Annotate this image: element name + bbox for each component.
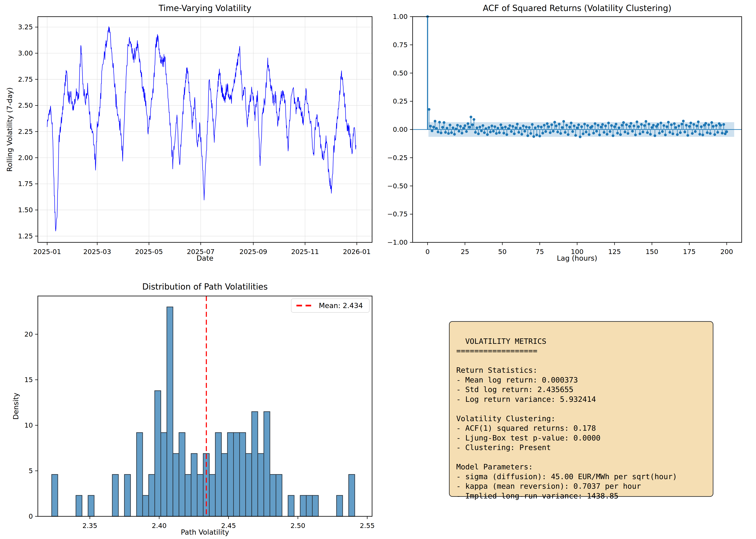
acf-marker xyxy=(690,121,692,124)
acf-marker xyxy=(468,126,471,128)
histogram-bar xyxy=(215,432,221,516)
histogram-bar xyxy=(52,475,58,516)
acf-marker xyxy=(659,121,662,124)
acf-marker xyxy=(495,132,497,135)
acf-marker xyxy=(579,135,581,138)
acf-marker xyxy=(685,124,688,126)
acf-marker xyxy=(440,131,442,134)
volatility-x-tick-label: 2026-01 xyxy=(343,248,371,256)
acf-marker xyxy=(431,129,433,132)
acf-marker xyxy=(531,123,534,126)
acf-marker xyxy=(612,134,614,137)
acf-marker xyxy=(552,130,555,133)
acf-marker xyxy=(471,123,474,126)
acf-marker xyxy=(699,133,701,135)
acf-y-tick-label: −0.50 xyxy=(387,182,408,190)
acf-marker xyxy=(658,132,661,134)
acf-marker xyxy=(514,126,517,129)
acf-marker xyxy=(721,132,723,134)
acf-x-tick-label: 200 xyxy=(720,248,733,256)
acf-marker xyxy=(517,131,520,134)
acf-marker xyxy=(576,126,578,129)
acf-marker xyxy=(583,123,586,125)
acf-marker xyxy=(519,127,522,129)
acf-marker xyxy=(706,131,709,134)
acf-marker xyxy=(595,130,598,133)
histogram-x-tick-label: 2.50 xyxy=(290,522,305,530)
acf-marker xyxy=(561,126,564,129)
acf-marker xyxy=(538,135,541,137)
acf-marker xyxy=(679,131,682,134)
acf-marker xyxy=(714,133,716,136)
acf-marker xyxy=(719,124,722,126)
acf-marker xyxy=(489,130,492,133)
acf-marker xyxy=(670,123,673,126)
acf-marker xyxy=(644,120,647,123)
histogram-chart-title: Distribution of Path Volatilities xyxy=(38,282,372,291)
acf-marker xyxy=(686,134,689,137)
acf-marker xyxy=(559,132,562,135)
acf-marker xyxy=(613,125,616,128)
acf-y-tick-label: 0.50 xyxy=(393,69,408,77)
acf-marker xyxy=(610,124,613,127)
volatility-x-tick-label: 2025-09 xyxy=(240,248,267,256)
acf-y-tick-label: 0.25 xyxy=(393,97,408,105)
histogram-bar xyxy=(288,495,294,516)
acf-marker xyxy=(470,116,472,118)
acf-marker xyxy=(516,123,519,125)
histogram-x-axis-label: Path Volatility xyxy=(181,528,229,536)
acf-marker xyxy=(639,132,641,135)
acf-marker xyxy=(479,126,481,128)
acf-marker xyxy=(621,124,623,126)
histogram-bar xyxy=(276,475,282,516)
acf-marker xyxy=(488,126,490,129)
acf-marker xyxy=(631,130,634,133)
acf-marker xyxy=(582,132,584,135)
acf-marker xyxy=(664,134,667,136)
acf-marker xyxy=(705,122,707,125)
acf-marker xyxy=(601,123,604,126)
acf-marker xyxy=(432,126,435,128)
histogram-bar xyxy=(233,432,240,516)
acf-marker xyxy=(493,125,496,128)
acf-marker xyxy=(562,120,565,123)
histogram-bar xyxy=(155,391,161,516)
histogram-bar xyxy=(173,454,179,516)
histogram-y-tick-label: 5 xyxy=(29,467,33,475)
acf-marker xyxy=(700,125,703,128)
acf-marker xyxy=(477,132,480,135)
acf-marker xyxy=(573,124,575,127)
acf-marker xyxy=(643,124,646,127)
acf-marker xyxy=(435,127,438,130)
acf-marker xyxy=(498,131,501,134)
acf-marker xyxy=(458,130,460,133)
mean-line-legend-swatch xyxy=(296,304,314,307)
histogram-bar xyxy=(312,495,318,516)
acf-marker xyxy=(450,131,453,134)
acf-marker xyxy=(505,133,508,136)
acf-marker xyxy=(502,132,505,134)
acf-x-tick-label: 150 xyxy=(645,248,658,256)
acf-x-axis-label: Lag (hours) xyxy=(557,254,597,262)
acf-marker xyxy=(707,123,710,126)
volatility-x-tick-label: 2025-01 xyxy=(33,248,61,256)
histogram-x-tick-label: 2.55 xyxy=(360,522,375,530)
acf-marker xyxy=(537,125,540,128)
acf-marker xyxy=(594,122,596,125)
legend-mean-label: Mean: 2.434 xyxy=(319,301,363,310)
volatility-y-tick-label: 3.25 xyxy=(18,23,33,31)
acf-marker xyxy=(624,130,626,133)
acf-x-tick-label: 50 xyxy=(498,248,506,256)
histogram-y-tick-label: 15 xyxy=(24,376,33,384)
acf-marker xyxy=(618,126,620,129)
acf-marker xyxy=(480,129,483,132)
histogram-bar xyxy=(252,412,258,516)
histogram-y-tick-label: 0 xyxy=(29,512,33,520)
acf-marker xyxy=(616,132,619,134)
acf-marker xyxy=(591,125,593,128)
acf-marker xyxy=(662,124,665,127)
acf-marker xyxy=(525,126,528,128)
acf-marker xyxy=(485,127,487,130)
acf-marker xyxy=(447,132,450,135)
acf-marker xyxy=(637,125,640,128)
